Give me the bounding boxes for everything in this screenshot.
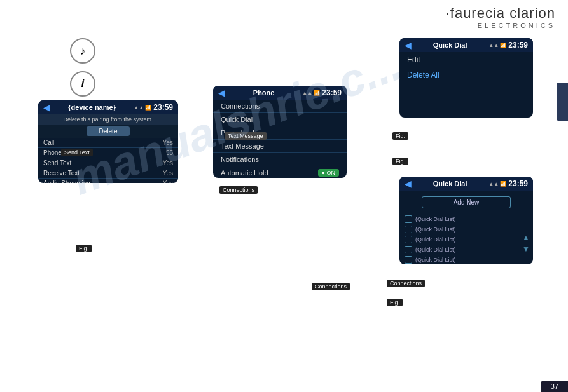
delete-button[interactable]: Delete — [87, 126, 130, 136]
qd-list-item-4[interactable]: (Quick Dial List) — [399, 245, 533, 255]
connections-label-bar: Connections — [219, 186, 258, 194]
logo-text: ·faurecia clarion — [446, 5, 555, 22]
call-value: Yes — [163, 139, 173, 146]
screen3-header: ◀ Quick Dial ▲▲ 📶 23:59 — [399, 38, 533, 52]
phonebook-row: Phonebook 55 — [38, 148, 178, 158]
qd-icon-2 — [405, 226, 412, 233]
qd-list-item-1[interactable]: (Quick Dial List) — [399, 214, 533, 224]
page-number: 37 — [541, 381, 568, 392]
screen1-title: {device name} — [68, 104, 116, 111]
add-new-button[interactable]: Add New — [422, 196, 511, 208]
back-button-3[interactable]: ◀ — [405, 40, 412, 50]
notifications-item[interactable]: Notifications — [213, 153, 347, 166]
screen4-status: ▲▲ 📶 — [488, 181, 506, 187]
logo-area: ·faurecia clarion ELECTRONICS — [446, 5, 555, 29]
automatic-hold-item[interactable]: Automatic Hold ● ON — [213, 166, 347, 178]
qd-list-item-2[interactable]: (Quick Dial List) — [399, 224, 533, 234]
screen2-header: ◀ Phone ▲▲ 📶 23:59 — [213, 86, 347, 100]
send-text-row: Send Text Yes — [38, 158, 178, 168]
screen2-title: Phone — [253, 89, 275, 97]
text-message-label: Text Message — [225, 132, 267, 140]
screen2-time: 23:59 — [322, 88, 342, 97]
qd-icon-1 — [405, 215, 412, 223]
quick-dial-item[interactable]: Quick Dial — [213, 113, 347, 126]
quick-dial-list-screen: ◀ Quick Dial ▲▲ 📶 23:59 Add New ▲ (Quick… — [399, 177, 533, 264]
back-button-4[interactable]: ◀ — [405, 179, 412, 189]
screen3-time: 23:59 — [508, 41, 528, 50]
qd-icon-3 — [405, 236, 412, 243]
fig-label-3: Fig. — [387, 299, 403, 306]
delete-all-item[interactable]: Delete All — [399, 67, 533, 83]
connections-item[interactable]: Connections — [213, 100, 347, 113]
connections-label-bar3: Connections — [387, 280, 425, 287]
fig-label-1: Fig. — [392, 132, 408, 140]
call-row: Call Yes — [38, 138, 178, 148]
quick-dial-edit-screen: ◀ Quick Dial ▲▲ 📶 23:59 Edit Delete All — [399, 38, 533, 118]
logo-brand1: faurecia — [450, 5, 505, 21]
scroll-down-arrow[interactable]: ▼ — [522, 245, 530, 253]
fig-label-4: Fig. — [76, 245, 92, 252]
call-label: Call — [43, 139, 54, 146]
fig-label-2: Fig. — [392, 158, 408, 165]
qd-list-item-3[interactable]: (Quick Dial List) — [399, 234, 533, 245]
screen1-header: ◀ {device name} ▲▲ 📶 23:59 — [38, 100, 178, 114]
receive-text-value: Yes — [163, 170, 173, 177]
add-new-container: Add New — [399, 191, 533, 214]
connections-label-bar2: Connections — [312, 283, 350, 290]
qd-list-item-5[interactable]: (Quick Dial List) — [399, 255, 533, 264]
receive-text-row: Receive Text Yes — [38, 168, 178, 179]
audio-label: Audio Streaming — [43, 180, 90, 183]
send-text-value: Yes — [163, 159, 173, 166]
right-tab[interactable] — [557, 83, 568, 121]
screen4-header: ◀ Quick Dial ▲▲ 📶 23:59 — [399, 177, 533, 191]
music-icon[interactable]: ♪ — [70, 38, 95, 64]
scroll-up-arrow[interactable]: ▲ — [522, 233, 530, 242]
qd-icon-5 — [405, 256, 412, 264]
screen4-time: 23:59 — [508, 179, 528, 188]
receive-text-label: Receive Text — [43, 170, 80, 177]
toggle-on-indicator: ● ON — [318, 169, 339, 177]
send-text-label-bar: Send Text — [61, 149, 93, 156]
phonebook-value: 55 — [166, 149, 173, 156]
screen1-status: ▲▲ 📶 — [134, 105, 151, 111]
qd-icon-4 — [405, 246, 412, 253]
info-icon[interactable]: i — [70, 71, 95, 97]
logo-sub: ELECTRONICS — [446, 22, 555, 29]
device-screen: ◀ {device name} ▲▲ 📶 23:59 Delete this p… — [38, 100, 178, 183]
edit-item[interactable]: Edit — [399, 52, 533, 67]
screen2-status: ▲▲ 📶 — [302, 90, 320, 96]
back-button-2[interactable]: ◀ — [218, 88, 225, 98]
audio-value: Yes — [163, 180, 173, 183]
logo-dot: · — [446, 5, 450, 21]
send-text-label: Send Text — [43, 159, 71, 166]
text-message-item[interactable]: Text Message — [213, 140, 347, 153]
audio-row: Audio Streaming Yes — [38, 179, 178, 183]
screen3-status: ▲▲ 📶 — [488, 43, 506, 48]
screen3-title: Quick Dial — [433, 41, 468, 49]
screen1-time: 23:59 — [153, 103, 173, 112]
screen4-title: Quick Dial — [433, 180, 468, 187]
delete-btn-row: Delete — [38, 125, 178, 138]
logo-brand2: clarion — [509, 5, 555, 21]
delete-prompt: Delete this pairing from the system. — [38, 114, 178, 125]
back-button-1[interactable]: ◀ — [43, 102, 50, 112]
